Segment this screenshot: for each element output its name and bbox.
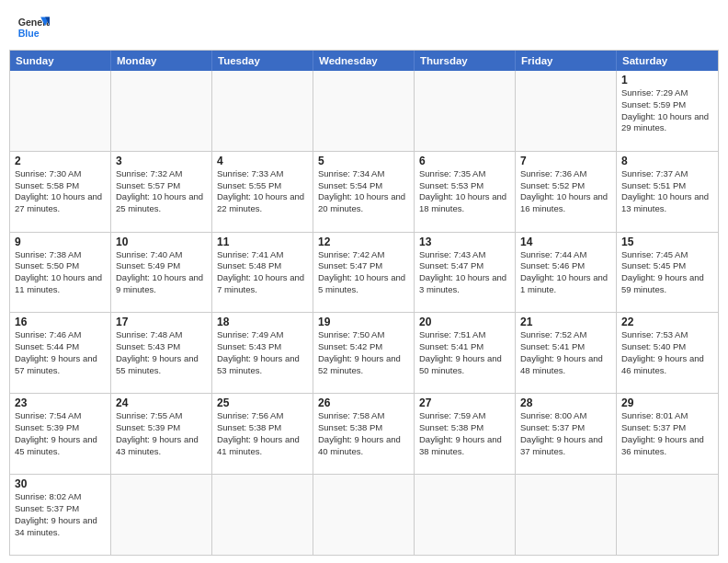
day-number: 29 [621, 396, 713, 409]
calendar-cell [111, 475, 212, 555]
day-info: Sunrise: 7:45 AM Sunset: 5:45 PM Dayligh… [621, 249, 713, 296]
day-number: 26 [318, 396, 409, 409]
calendar-cell [111, 71, 212, 151]
day-number: 5 [318, 155, 409, 167]
day-info: Sunrise: 7:55 AM Sunset: 5:39 PM Dayligh… [116, 410, 207, 457]
day-number: 10 [116, 236, 207, 248]
calendar-cell [415, 475, 516, 555]
day-info: Sunrise: 7:52 AM Sunset: 5:41 PM Dayligh… [520, 329, 611, 376]
day-number: 25 [217, 396, 308, 409]
header-day-wednesday: Wednesday [313, 51, 415, 71]
header-day-sunday: Sunday [10, 51, 111, 71]
day-info: Sunrise: 7:32 AM Sunset: 5:57 PM Dayligh… [116, 168, 207, 215]
calendar-cell: 4Sunrise: 7:33 AM Sunset: 5:55 PM Daylig… [212, 152, 313, 232]
day-info: Sunrise: 7:48 AM Sunset: 5:43 PM Dayligh… [116, 329, 207, 376]
day-number: 6 [419, 155, 510, 167]
calendar-cell: 27Sunrise: 7:59 AM Sunset: 5:38 PM Dayli… [415, 394, 516, 474]
day-number: 17 [116, 316, 207, 328]
calendar-body: 1Sunrise: 7:29 AM Sunset: 5:59 PM Daylig… [10, 71, 718, 555]
calendar-cell: 29Sunrise: 8:01 AM Sunset: 5:37 PM Dayli… [617, 394, 718, 474]
day-info: Sunrise: 7:34 AM Sunset: 5:54 PM Dayligh… [318, 168, 409, 215]
header-day-thursday: Thursday [415, 51, 516, 71]
day-number: 18 [217, 316, 308, 328]
day-number: 23 [15, 396, 106, 409]
day-info: Sunrise: 7:37 AM Sunset: 5:51 PM Dayligh… [621, 168, 713, 215]
logo: General Blue [17, 11, 50, 44]
day-info: Sunrise: 7:49 AM Sunset: 5:43 PM Dayligh… [217, 329, 308, 376]
calendar-cell: 24Sunrise: 7:55 AM Sunset: 5:39 PM Dayli… [111, 394, 212, 474]
calendar-cell: 13Sunrise: 7:43 AM Sunset: 5:47 PM Dayli… [415, 233, 516, 313]
day-number: 19 [318, 316, 409, 328]
day-info: Sunrise: 8:01 AM Sunset: 5:37 PM Dayligh… [621, 410, 713, 457]
header-day-friday: Friday [516, 51, 617, 71]
day-info: Sunrise: 7:44 AM Sunset: 5:46 PM Dayligh… [520, 249, 611, 296]
calendar-cell: 22Sunrise: 7:53 AM Sunset: 5:40 PM Dayli… [617, 313, 718, 393]
calendar-cell [516, 475, 617, 555]
header-day-monday: Monday [111, 51, 212, 71]
day-info: Sunrise: 8:02 AM Sunset: 5:37 PM Dayligh… [15, 491, 106, 538]
calendar-cell: 2Sunrise: 7:30 AM Sunset: 5:58 PM Daylig… [10, 152, 111, 232]
calendar-cell [313, 71, 415, 151]
day-info: Sunrise: 7:35 AM Sunset: 5:53 PM Dayligh… [419, 168, 510, 215]
day-info: Sunrise: 7:42 AM Sunset: 5:47 PM Dayligh… [318, 249, 409, 296]
calendar-cell: 1Sunrise: 7:29 AM Sunset: 5:59 PM Daylig… [617, 71, 718, 151]
calendar: SundayMondayTuesdayWednesdayThursdayFrid… [9, 50, 719, 556]
day-number: 14 [520, 236, 611, 248]
generalblue-logo-icon: General Blue [17, 11, 50, 44]
calendar-cell: 23Sunrise: 7:54 AM Sunset: 5:39 PM Dayli… [10, 394, 111, 474]
day-number: 21 [520, 316, 611, 328]
day-info: Sunrise: 7:33 AM Sunset: 5:55 PM Dayligh… [217, 168, 308, 215]
day-number: 30 [15, 477, 106, 490]
day-info: Sunrise: 7:50 AM Sunset: 5:42 PM Dayligh… [318, 329, 409, 376]
day-info: Sunrise: 7:43 AM Sunset: 5:47 PM Dayligh… [419, 249, 510, 296]
day-info: Sunrise: 7:53 AM Sunset: 5:40 PM Dayligh… [621, 329, 713, 376]
calendar-header: SundayMondayTuesdayWednesdayThursdayFrid… [10, 51, 718, 71]
day-number: 27 [419, 396, 510, 409]
day-info: Sunrise: 7:46 AM Sunset: 5:44 PM Dayligh… [15, 329, 106, 376]
day-number: 3 [116, 155, 207, 167]
calendar-cell: 10Sunrise: 7:40 AM Sunset: 5:49 PM Dayli… [111, 233, 212, 313]
calendar-cell [415, 71, 516, 151]
calendar-cell: 9Sunrise: 7:38 AM Sunset: 5:50 PM Daylig… [10, 233, 111, 313]
calendar-row-5: 23Sunrise: 7:54 AM Sunset: 5:39 PM Dayli… [10, 393, 718, 474]
calendar-cell: 19Sunrise: 7:50 AM Sunset: 5:42 PM Dayli… [313, 313, 415, 393]
calendar-cell [617, 475, 718, 555]
day-number: 2 [15, 155, 106, 167]
calendar-cell: 15Sunrise: 7:45 AM Sunset: 5:45 PM Dayli… [617, 233, 718, 313]
day-number: 4 [217, 155, 308, 167]
calendar-row-1: 1Sunrise: 7:29 AM Sunset: 5:59 PM Daylig… [10, 71, 718, 151]
day-number: 28 [520, 396, 611, 409]
calendar-cell [10, 71, 111, 151]
calendar-row-2: 2Sunrise: 7:30 AM Sunset: 5:58 PM Daylig… [10, 151, 718, 232]
day-number: 22 [621, 316, 713, 328]
calendar-cell [212, 475, 313, 555]
day-info: Sunrise: 7:54 AM Sunset: 5:39 PM Dayligh… [15, 410, 106, 457]
day-number: 15 [621, 236, 713, 248]
calendar-cell: 25Sunrise: 7:56 AM Sunset: 5:38 PM Dayli… [212, 394, 313, 474]
calendar-cell: 20Sunrise: 7:51 AM Sunset: 5:41 PM Dayli… [415, 313, 516, 393]
svg-text:Blue: Blue [18, 28, 40, 39]
day-number: 7 [520, 155, 611, 167]
calendar-cell: 8Sunrise: 7:37 AM Sunset: 5:51 PM Daylig… [617, 152, 718, 232]
calendar-cell: 5Sunrise: 7:34 AM Sunset: 5:54 PM Daylig… [313, 152, 415, 232]
calendar-row-3: 9Sunrise: 7:38 AM Sunset: 5:50 PM Daylig… [10, 232, 718, 313]
header: General Blue [0, 0, 728, 50]
day-number: 9 [15, 236, 106, 248]
day-info: Sunrise: 7:38 AM Sunset: 5:50 PM Dayligh… [15, 249, 106, 296]
day-number: 13 [419, 236, 510, 248]
calendar-cell: 18Sunrise: 7:49 AM Sunset: 5:43 PM Dayli… [212, 313, 313, 393]
day-info: Sunrise: 8:00 AM Sunset: 5:37 PM Dayligh… [520, 410, 611, 457]
calendar-cell: 16Sunrise: 7:46 AM Sunset: 5:44 PM Dayli… [10, 313, 111, 393]
calendar-cell: 14Sunrise: 7:44 AM Sunset: 5:46 PM Dayli… [516, 233, 617, 313]
day-number: 11 [217, 236, 308, 248]
day-info: Sunrise: 7:51 AM Sunset: 5:41 PM Dayligh… [419, 329, 510, 376]
day-number: 20 [419, 316, 510, 328]
header-day-tuesday: Tuesday [212, 51, 313, 71]
day-info: Sunrise: 7:58 AM Sunset: 5:38 PM Dayligh… [318, 410, 409, 457]
day-number: 24 [116, 396, 207, 409]
calendar-cell: 21Sunrise: 7:52 AM Sunset: 5:41 PM Dayli… [516, 313, 617, 393]
calendar-cell: 26Sunrise: 7:58 AM Sunset: 5:38 PM Dayli… [313, 394, 415, 474]
calendar-cell [516, 71, 617, 151]
day-info: Sunrise: 7:30 AM Sunset: 5:58 PM Dayligh… [15, 168, 106, 215]
calendar-cell [212, 71, 313, 151]
